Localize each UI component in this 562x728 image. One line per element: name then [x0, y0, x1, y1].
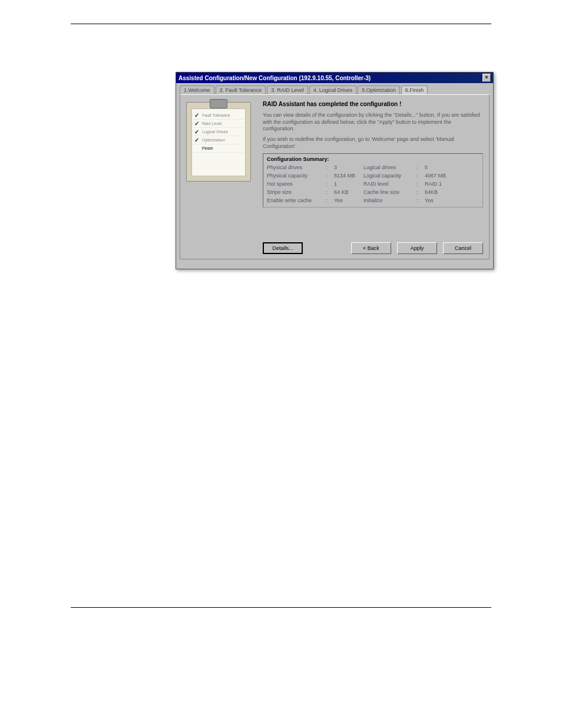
step-logical-drives: ✓ Logical Drives [193, 128, 244, 136]
tab-strip: 1.Welcome 2. Fault Tolerance 3. RAID Lev… [176, 83, 493, 94]
summary-value: Yes [334, 197, 363, 203]
checkmark-icon: ✓ [194, 137, 200, 143]
checkmark-icon: ✓ [194, 120, 200, 127]
close-icon[interactable]: × [482, 74, 491, 82]
step-label: Logical Drives [202, 130, 228, 134]
summary-label: Logical capacity [363, 173, 416, 179]
summary-value: 8134 MB [334, 173, 363, 179]
window-title: Assisted Configuration/New Configuration… [178, 75, 371, 81]
tab-raid-level[interactable]: 3. RAID Level [267, 85, 308, 94]
content-area: RAID Assistant has completed the configu… [263, 101, 483, 207]
summary-value: RAID 1 [425, 181, 454, 187]
summary-label: RAID level [363, 181, 416, 187]
summary-label: Physical capacity [267, 173, 326, 179]
apply-button[interactable]: Apply [397, 242, 437, 254]
configuration-summary-box: Configuration Summary: Physical drives:3… [263, 153, 483, 207]
step-label: Raid Level [202, 121, 222, 126]
summary-value: 5 [425, 164, 454, 170]
checkmark-icon: ✓ [194, 129, 200, 135]
summary-label: Hot spares [267, 181, 326, 187]
tab-welcome[interactable]: 1.Welcome [180, 85, 214, 94]
checkmark-icon: ✓ [194, 112, 200, 118]
summary-label: Physical drives [267, 164, 326, 170]
summary-value: 3 [334, 164, 363, 170]
button-row: Details... < Back Apply Cancel [263, 242, 483, 254]
step-label: Finish [202, 146, 213, 150]
step-label: Fault Tolerance [202, 113, 230, 117]
step-optimization: ✓ Optimization [193, 136, 244, 144]
step-label: Optimization [202, 138, 225, 142]
clipboard-paper: ✓ Fault Tolerance ✓ Raid Level ✓ Logical… [191, 108, 246, 176]
summary-label: Initialize [363, 197, 416, 203]
summary-label: Cache line size [363, 189, 416, 195]
summary-value: 1 [334, 181, 363, 187]
cancel-button[interactable]: Cancel [443, 242, 483, 254]
tab-optimization[interactable]: 5.Optimization [358, 85, 400, 94]
dialog-window: Assisted Configuration/New Configuration… [176, 72, 494, 269]
summary-value: 4067 MB [425, 173, 454, 179]
summary-value: 64KB [425, 189, 454, 195]
step-finish: Finish [193, 144, 244, 153]
tab-fault-tolerance[interactable]: 2. Fault Tolerance [216, 85, 266, 94]
page-top-rule [71, 24, 491, 24]
step-raid-level: ✓ Raid Level [193, 120, 244, 128]
instructions-para-2: If you wish to redefine the configuratio… [263, 136, 483, 150]
titlebar: Assisted Configuration/New Configuration… [176, 73, 493, 83]
clipboard-illustration: ✓ Fault Tolerance ✓ Raid Level ✓ Logical… [186, 102, 251, 182]
summary-title: Configuration Summary: [263, 154, 482, 164]
summary-value: 64 KB [334, 189, 363, 195]
summary-label: Logical drives [363, 164, 416, 170]
summary-value: Yes [425, 197, 454, 203]
summary-grid: Physical drives:3 Logical drives:5 Physi… [263, 164, 482, 207]
instructions-para-1: You can view details of the configuratio… [263, 112, 483, 133]
summary-label: Stripe size [267, 189, 326, 195]
checkmark-icon [194, 145, 200, 151]
step-fault-tolerance: ✓ Fault Tolerance [193, 111, 244, 120]
back-button[interactable]: < Back [351, 242, 391, 254]
completion-heading: RAID Assistant has completed the configu… [263, 101, 483, 107]
page-bottom-rule [71, 607, 491, 608]
tab-panel: ✓ Fault Tolerance ✓ Raid Level ✓ Logical… [180, 94, 490, 259]
tab-logical-drives[interactable]: 4. Logical Drives [309, 85, 357, 94]
summary-label: Enable write cache [267, 197, 326, 203]
tab-finish[interactable]: 6.Finish [401, 85, 428, 94]
details-button[interactable]: Details... [263, 242, 303, 254]
